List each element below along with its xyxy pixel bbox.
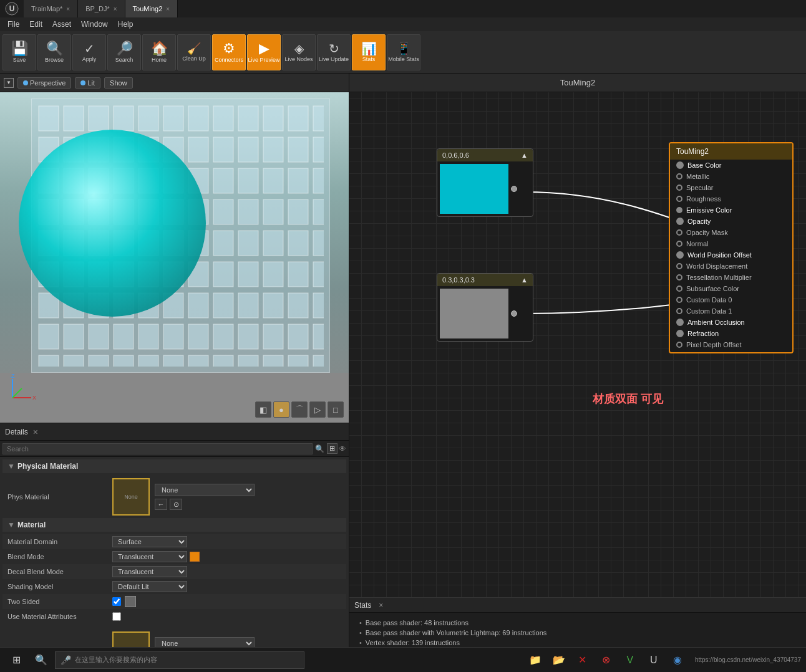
pin-emissive-color[interactable]: Emissive Color [670,204,792,216]
grid-view-btn[interactable]: ⊞ [327,443,337,454]
pin-normal[interactable]: Normal [670,238,792,249]
prop-material-domain: Material Domain Surface [2,534,346,549]
touming-output-node[interactable]: TouMing2 Base Color Metallic Specular [669,142,794,353]
two-sided-checkbox[interactable] [112,597,121,606]
pin-world-displacement[interactable]: World Displacement [670,261,792,272]
node2-output-pin[interactable] [511,310,517,317]
pin-roughness[interactable]: Roughness [670,193,792,204]
eye-btn[interactable]: 👁 [339,444,346,453]
toolbar-livepreview[interactable]: ▶ Live Preview [247,34,281,70]
tab-touming2[interactable]: TouMing2 × [125,0,178,17]
vp-btn-1[interactable]: ◧ [255,401,271,418]
color-node-1[interactable]: 0,0.6,0.6 ▲ [437,148,533,217]
node1-output-pin[interactable] [511,186,517,192]
viewport-menu-btn[interactable]: ▼ [4,78,14,88]
show-btn[interactable]: Show [104,77,133,89]
material-canvas[interactable]: 0,0.6,0.6 ▲ 0.3,0.3,0.3 ▲ [349,92,806,672]
menu-help[interactable]: Help [113,17,138,31]
tab-trainmap-close[interactable]: × [66,6,70,12]
toolbar-browse[interactable]: 🔍 Browse [37,34,71,70]
stats-header: Stats × [349,598,806,613]
menu-file[interactable]: File [2,17,24,31]
titlebar: U TrainMap* × BP_DJ* × TouMing2 × [0,0,806,17]
shading-model-select[interactable]: Default Lit [112,581,187,592]
stats-close-btn[interactable]: × [379,601,383,610]
prop-decal-blend-mode: Decal Blend Mode Translucent [2,564,346,579]
pin-metallic[interactable]: Metallic [670,171,792,182]
svg-text:U: U [9,4,15,13]
livenodes-icon: ◈ [294,42,304,55]
pin-pixel-depth-offset[interactable]: Pixel Depth Offset [670,339,792,352]
toolbar-apply[interactable]: ✓ Apply [72,34,106,70]
blend-mode-select[interactable]: Translucent [112,551,187,562]
taskbar-search-bar[interactable]: 🎤 在这里输入你要搜索的内容 [55,651,304,669]
details-close-btn[interactable]: × [33,427,38,437]
stats-title: Stats [354,601,371,610]
menu-edit[interactable]: Edit [24,17,47,31]
toolbar: 💾 Save 🔍 Browse ✓ Apply 🔎 Search 🏠 Home … [0,31,806,74]
perspective-btn[interactable]: Perspective [17,77,71,89]
toolbar-mobilestats[interactable]: 📱 Mobile Stats [387,34,420,70]
vp-btn-5[interactable]: □ [328,401,344,418]
color-node-2[interactable]: 0.3,0.3,0.3 ▲ [437,273,533,342]
pin-subsurface-color[interactable]: Subsurface Color [670,283,792,294]
pin-base-color[interactable]: Base Color [670,160,792,171]
pin-custom-data-0[interactable]: Custom Data 0 [670,294,792,305]
physical-material-section-header[interactable]: ▼ Physical Material [2,459,346,473]
menu-asset[interactable]: Asset [47,17,76,31]
pin-opacity[interactable]: Opacity [670,216,792,227]
phys-search-btn[interactable]: ⊙ [170,499,182,510]
pin-specular[interactable]: Specular [670,182,792,193]
pin-refraction[interactable]: Refraction [670,328,792,339]
vp-btn-3[interactable]: ⌒ [291,401,308,418]
tab-touming2-close[interactable]: × [166,6,170,12]
use-material-attrs-checkbox[interactable] [112,612,121,621]
tab-bpdj[interactable]: BP_DJ* × [78,0,125,17]
pin-custom-data-1[interactable]: Custom Data 1 [670,305,792,317]
material-domain-select[interactable]: Surface [112,536,187,547]
taskbar-search-btn[interactable]: 🔍 [30,649,52,671]
viewport[interactable]: Z X ◧ ● ⌒ ▷ □ [0,92,349,423]
taskbar-green-app[interactable]: V [620,650,640,670]
taskbar-files[interactable]: 📂 [549,650,569,670]
pin-tessellation-mult[interactable]: Tessellation Multiplier [670,272,792,283]
toolbar-search[interactable]: 🔎 Search [107,34,141,70]
taskbar-red-app[interactable]: ✕ [573,650,593,670]
windows-start-btn[interactable]: ⊞ [5,649,27,671]
pin-world-position-offset[interactable]: World Position Offset [670,249,792,261]
material-section-header[interactable]: ▼ Material [2,518,346,532]
pin-ambient-occlusion[interactable]: Ambient Occlusion [670,317,792,328]
toolbar-stats[interactable]: 📊 Stats [352,34,386,70]
details-search-input[interactable] [2,443,313,454]
vp-btn-2[interactable]: ● [273,401,289,418]
toolbar-connectors[interactable]: ⚙ Connectors [212,34,246,70]
viewport-toolbar-bottom: ◧ ● ⌒ ▷ □ [255,401,344,418]
toolbar-home[interactable]: 🏠 Home [142,34,176,70]
phys-controls: None ← ⊙ [155,484,255,510]
stats-icon: 📊 [361,42,377,55]
taskbar-browser-app[interactable]: ◉ [668,650,687,670]
tab-trainmap[interactable]: TrainMap* × [24,0,78,17]
phys-reset-btn[interactable]: ← [155,499,167,510]
pin-pdo-circle [676,342,682,348]
toolbar-livenodes[interactable]: ◈ Live Nodes [282,34,316,70]
left-panel: ▼ Perspective Lit Show [0,74,349,672]
taskbar-explorer[interactable]: 📁 [525,650,545,670]
phys-material-select[interactable]: None [155,484,255,496]
pin-subsurface-circle [676,286,682,292]
pin-opacity-mask[interactable]: Opacity Mask [670,227,792,238]
viewport-axes: Z X [6,373,37,404]
toolbar-liveupdate[interactable]: ↻ Live Update [317,34,351,70]
vp-btn-4[interactable]: ▷ [309,401,326,418]
lit-btn[interactable]: Lit [75,77,100,89]
decal-blend-mode-select[interactable]: Translucent [112,566,187,577]
toolbar-cleanup[interactable]: 🧹 Clean Up [177,34,211,70]
viewport-sphere [19,130,206,317]
menu-window[interactable]: Window [76,17,113,31]
taskbar-unreal-app[interactable]: U [644,650,664,670]
liveupdate-icon: ↻ [329,42,339,55]
tab-bpdj-close[interactable]: × [114,6,117,12]
color-node-1-header: 0,0.6,0.6 ▲ [437,149,533,161]
toolbar-save[interactable]: 💾 Save [2,34,36,70]
taskbar-red-circle[interactable]: ⊗ [596,650,616,670]
